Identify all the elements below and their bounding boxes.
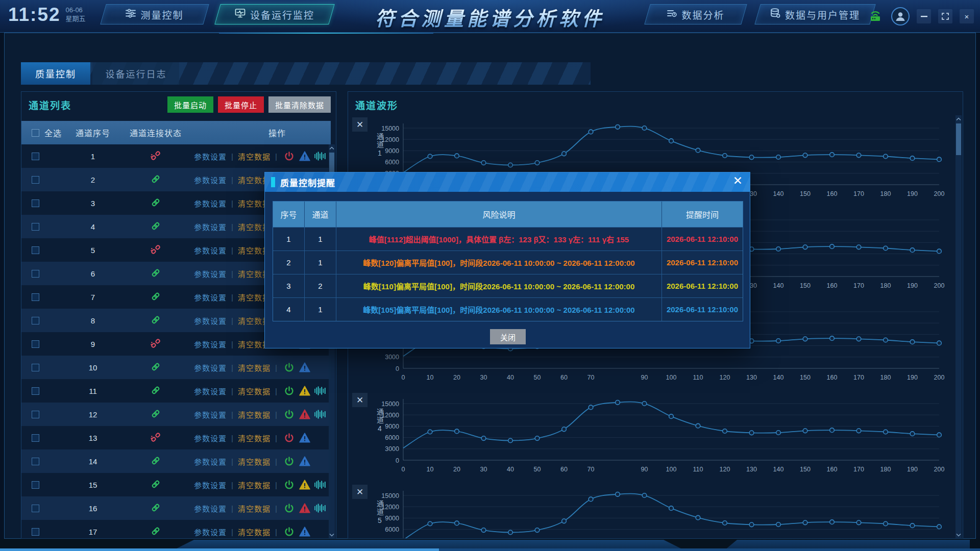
signal-icon[interactable]: [312, 386, 328, 396]
power-green-icon[interactable]: [282, 409, 297, 420]
link-connected-icon[interactable]: [151, 385, 161, 397]
param-settings-link[interactable]: 参数设置: [194, 198, 227, 209]
link-connected-icon[interactable]: [151, 479, 161, 491]
link-connected-icon[interactable]: [151, 174, 161, 186]
nav-device-monitor[interactable]: 设备运行监控: [217, 4, 332, 24]
clear-data-link[interactable]: 清空数据: [238, 527, 271, 537]
row-checkbox[interactable]: [32, 223, 39, 231]
scroll-down-icon[interactable]: [955, 531, 962, 538]
link-broken-icon[interactable]: [151, 338, 161, 350]
power-green-icon[interactable]: [282, 386, 297, 396]
link-connected-icon[interactable]: [151, 221, 161, 233]
link-connected-icon[interactable]: [151, 456, 161, 467]
minimize-button[interactable]: [917, 9, 931, 23]
link-broken-icon[interactable]: [151, 151, 161, 162]
warn-blue-icon[interactable]: [297, 433, 312, 443]
param-settings-link[interactable]: 参数设置: [194, 245, 227, 256]
power-red-icon[interactable]: [282, 151, 297, 162]
link-connected-icon[interactable]: [151, 503, 161, 514]
row-checkbox[interactable]: [32, 153, 39, 160]
signal-icon[interactable]: [312, 409, 328, 419]
row-checkbox[interactable]: [32, 528, 39, 536]
signal-icon[interactable]: [312, 503, 328, 513]
param-settings-link[interactable]: 参数设置: [194, 292, 227, 303]
warn-red-icon[interactable]: [297, 409, 312, 419]
param-settings-link[interactable]: 参数设置: [194, 480, 227, 490]
row-checkbox[interactable]: [32, 434, 39, 442]
link-connected-icon[interactable]: [151, 362, 161, 373]
param-settings-link[interactable]: 参数设置: [194, 339, 227, 349]
waveform-scrollbar[interactable]: [955, 115, 962, 538]
link-connected-icon[interactable]: [151, 268, 161, 280]
chart-close-button[interactable]: ✕: [352, 117, 368, 132]
clear-data-link[interactable]: 清空数据: [238, 386, 271, 396]
modal-close-button[interactable]: 关闭: [490, 329, 526, 344]
param-settings-link[interactable]: 参数设置: [194, 527, 227, 537]
chart-close-button[interactable]: ✕: [352, 393, 368, 407]
nav-measure-control[interactable]: 测量控制: [103, 4, 206, 24]
scrollbar-thumb[interactable]: [956, 123, 961, 155]
power-green-icon[interactable]: [282, 362, 297, 373]
row-checkbox[interactable]: [32, 246, 39, 254]
warn-yellow-icon[interactable]: [297, 386, 312, 396]
row-checkbox[interactable]: [32, 293, 39, 301]
param-settings-link[interactable]: 参数设置: [194, 386, 227, 396]
signal-icon[interactable]: [312, 480, 328, 490]
link-connected-icon[interactable]: [151, 197, 161, 209]
clear-data-link[interactable]: 清空数据: [238, 503, 271, 514]
param-settings-link[interactable]: 参数设置: [194, 362, 227, 373]
batch-clear-button[interactable]: 批量清除数据: [268, 96, 331, 113]
power-green-icon[interactable]: [282, 527, 297, 537]
power-green-icon[interactable]: [282, 503, 297, 514]
clear-data-link[interactable]: 清空数据: [238, 151, 271, 162]
row-checkbox[interactable]: [32, 176, 39, 184]
tab-device-run-log[interactable]: 设备运行日志: [92, 62, 179, 85]
row-checkbox[interactable]: [32, 199, 39, 207]
row-checkbox[interactable]: [32, 458, 39, 465]
scroll-up-icon[interactable]: [955, 115, 962, 122]
row-checkbox[interactable]: [32, 481, 39, 489]
warn-yellow-icon[interactable]: [297, 480, 312, 490]
warn-blue-icon[interactable]: [297, 362, 312, 372]
batch-start-button[interactable]: 批量启动: [167, 96, 213, 113]
maximize-button[interactable]: [938, 9, 952, 23]
nav-data-analysis[interactable]: 数据分析: [647, 4, 744, 24]
link-connected-icon[interactable]: [151, 315, 161, 327]
param-settings-link[interactable]: 参数设置: [194, 503, 227, 514]
nav-data-user-mgmt[interactable]: 数据与用户管理: [757, 4, 873, 24]
clear-data-link[interactable]: 清空数据: [238, 456, 271, 467]
warn-blue-icon[interactable]: [297, 151, 312, 161]
warn-blue-icon[interactable]: [297, 456, 312, 466]
warn-blue-icon[interactable]: [297, 527, 312, 537]
modal-close-icon[interactable]: ✕: [733, 175, 743, 187]
close-window-button[interactable]: ×: [960, 9, 974, 23]
param-settings-link[interactable]: 参数设置: [194, 433, 227, 443]
link-connected-icon[interactable]: [151, 291, 161, 303]
user-avatar[interactable]: [891, 7, 910, 26]
link-broken-icon[interactable]: [151, 244, 161, 256]
row-checkbox[interactable]: [32, 505, 39, 512]
batch-stop-button[interactable]: 批量停止: [218, 96, 264, 113]
scroll-up-icon[interactable]: [329, 144, 335, 152]
row-checkbox[interactable]: [32, 411, 39, 418]
warn-red-icon[interactable]: [297, 503, 312, 513]
row-checkbox[interactable]: [32, 270, 39, 278]
clear-data-link[interactable]: 清空数据: [238, 433, 271, 443]
row-checkbox[interactable]: [32, 340, 39, 348]
param-settings-link[interactable]: 参数设置: [194, 151, 227, 162]
row-checkbox[interactable]: [32, 317, 39, 324]
clear-data-link[interactable]: 清空数据: [238, 362, 271, 373]
tab-quality-control[interactable]: 质量控制: [21, 62, 90, 85]
param-settings-link[interactable]: 参数设置: [194, 456, 227, 467]
clear-data-link[interactable]: 清空数据: [238, 409, 271, 420]
link-connected-icon[interactable]: [151, 526, 161, 538]
param-settings-link[interactable]: 参数设置: [194, 268, 227, 279]
param-settings-link[interactable]: 参数设置: [194, 409, 227, 420]
network-status-icon[interactable]: [867, 7, 884, 26]
clear-data-link[interactable]: 清空数据: [238, 480, 271, 490]
power-red-icon[interactable]: [282, 433, 297, 443]
signal-icon[interactable]: [312, 151, 328, 161]
param-settings-link[interactable]: 参数设置: [194, 221, 227, 232]
row-checkbox[interactable]: [32, 387, 39, 395]
param-settings-link[interactable]: 参数设置: [194, 174, 227, 185]
